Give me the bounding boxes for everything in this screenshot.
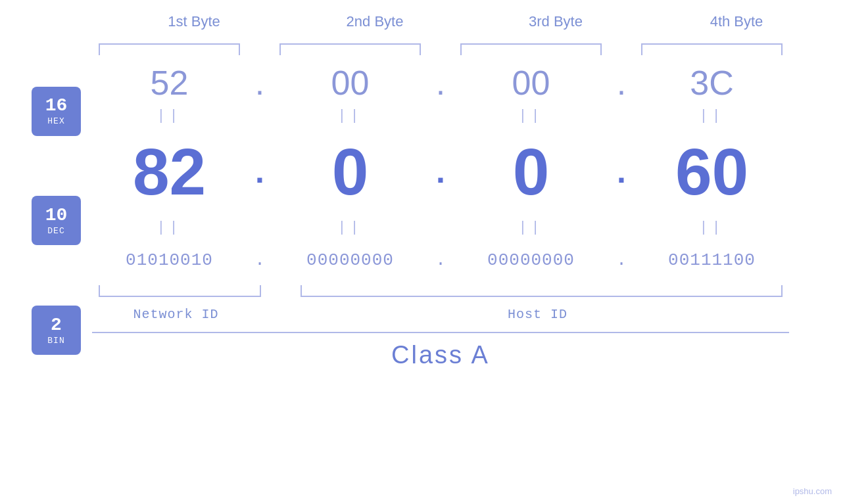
dec-row: 82 . 0 . 0 . 60 bbox=[92, 129, 789, 214]
main-content: 16 HEX 10 DEC 2 BIN bbox=[0, 37, 845, 405]
equals-row-1: || || || || bbox=[92, 103, 789, 129]
hex-badge: 16 HEX bbox=[32, 87, 81, 136]
values-area: 52 . 00 . 00 . 3C bbox=[92, 37, 845, 405]
bin-badge: 2 BIN bbox=[32, 306, 81, 355]
byte-headers: 1st Byte 2nd Byte 3rd Byte 4th Byte bbox=[104, 13, 827, 30]
bracket-seg-4 bbox=[641, 43, 783, 55]
base-labels-column: 16 HEX 10 DEC 2 BIN bbox=[0, 37, 92, 405]
hex-byte2: 00 bbox=[273, 63, 427, 103]
hex-value-3: 00 bbox=[512, 63, 550, 103]
byte2-label: 2nd Byte bbox=[302, 13, 447, 30]
equals-8: || bbox=[635, 219, 789, 236]
dec-value-4: 60 bbox=[675, 139, 748, 204]
bracket-seg-1 bbox=[99, 43, 240, 55]
dec-value-3: 0 bbox=[513, 139, 550, 204]
bracket-host bbox=[301, 285, 783, 297]
dec-value-2: 0 bbox=[332, 139, 369, 204]
bracket-seg-2 bbox=[279, 43, 421, 55]
equals-2: || bbox=[273, 108, 427, 124]
equals-5: || bbox=[92, 219, 247, 236]
bin-byte2: 00000000 bbox=[273, 250, 427, 270]
network-id-label: Network ID bbox=[92, 307, 260, 322]
dec-badge: 10 DEC bbox=[32, 196, 81, 245]
bracket-seg-3 bbox=[460, 43, 602, 55]
dot-hex-3: . bbox=[608, 63, 635, 103]
bin-value-2: 00000000 bbox=[306, 250, 394, 270]
equals-4: || bbox=[635, 108, 789, 124]
hex-byte1: 52 bbox=[92, 63, 247, 103]
dot-hex-2: . bbox=[427, 63, 454, 103]
dec-base-number: 10 bbox=[45, 206, 68, 226]
dec-byte3: 0 bbox=[454, 139, 608, 204]
class-label: Class A bbox=[391, 341, 490, 369]
hex-row: 52 . 00 . 00 . 3C bbox=[92, 63, 789, 103]
dot-bin-1: . bbox=[247, 250, 273, 270]
equals-6: || bbox=[273, 219, 427, 236]
dec-value-1: 82 bbox=[133, 139, 206, 204]
equals-7: || bbox=[454, 219, 608, 236]
byte1-label: 1st Byte bbox=[122, 13, 266, 30]
host-id-label: Host ID bbox=[286, 307, 789, 322]
hex-base-label: HEX bbox=[47, 116, 64, 126]
hex-byte4: 3C bbox=[635, 63, 789, 103]
dec-byte4: 60 bbox=[635, 139, 789, 204]
bin-value-3: 00000000 bbox=[487, 250, 575, 270]
dec-base-label: DEC bbox=[47, 226, 64, 236]
class-line bbox=[92, 332, 789, 333]
hex-value-2: 00 bbox=[331, 63, 370, 103]
dot-dec-2: . bbox=[427, 152, 454, 191]
byte3-label: 3rd Byte bbox=[483, 13, 628, 30]
watermark: ipshu.com bbox=[793, 486, 832, 496]
class-section: Class A bbox=[92, 332, 789, 369]
hex-byte3: 00 bbox=[454, 63, 608, 103]
dot-bin-2: . bbox=[427, 250, 454, 270]
bin-base-number: 2 bbox=[51, 315, 62, 336]
bracket-network bbox=[99, 285, 261, 297]
dot-dec-3: . bbox=[608, 152, 635, 191]
equals-1: || bbox=[92, 108, 247, 124]
main-container: 1st Byte 2nd Byte 3rd Byte 4th Byte 16 H… bbox=[0, 0, 845, 504]
dot-bin-3: . bbox=[608, 250, 635, 270]
dot-dec-1: . bbox=[247, 152, 273, 191]
equals-row-2: || || || || bbox=[92, 214, 789, 241]
bottom-bracket-row bbox=[92, 285, 789, 302]
bin-byte3: 00000000 bbox=[454, 250, 608, 270]
dot-hex-1: . bbox=[247, 63, 273, 103]
dec-byte1: 82 bbox=[92, 139, 247, 204]
byte4-label: 4th Byte bbox=[664, 13, 809, 30]
dec-byte2: 0 bbox=[273, 139, 427, 204]
equals-3: || bbox=[454, 108, 608, 124]
bin-base-label: BIN bbox=[47, 336, 64, 346]
hex-value-1: 52 bbox=[151, 63, 189, 103]
hex-base-number: 16 bbox=[45, 96, 68, 116]
bin-byte1: 01010010 bbox=[92, 250, 247, 270]
bin-byte4: 00111100 bbox=[635, 250, 789, 270]
hex-value-4: 3C bbox=[690, 63, 733, 103]
bin-value-1: 01010010 bbox=[126, 250, 213, 270]
bracket-spacer-1 bbox=[268, 285, 294, 302]
bin-row: 01010010 . 00000000 . 00000000 . bbox=[92, 241, 789, 280]
bin-value-4: 00111100 bbox=[668, 250, 756, 270]
id-labels-row: Network ID Host ID bbox=[92, 307, 789, 322]
top-bracket bbox=[92, 43, 789, 60]
